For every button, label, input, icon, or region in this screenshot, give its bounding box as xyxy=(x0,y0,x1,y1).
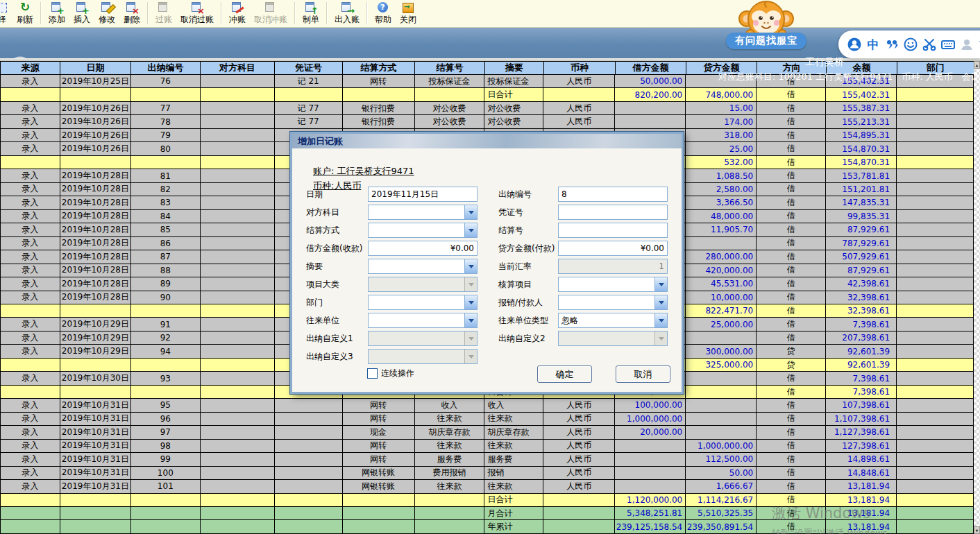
partner-select[interactable] xyxy=(368,313,478,328)
cell-balance: 42,398.61 xyxy=(826,277,897,291)
debit-amount-field[interactable]: ¥0.00 xyxy=(368,241,478,256)
chevron-down-icon[interactable] xyxy=(464,223,477,237)
table-row[interactable]: 年累计239,125,158.54239,350,891.54借13,181.9… xyxy=(0,520,974,533)
table-row[interactable]: 日合计820,200.00748,000.00借155,402.31 xyxy=(0,88,974,101)
cell-date: 2019年10月31日 xyxy=(60,467,131,480)
table-row[interactable]: 录入2019年10月31日101网银转账往来款往来款人民币1,666.67借13… xyxy=(0,480,974,493)
chevron-down-icon[interactable] xyxy=(654,295,667,309)
table-row[interactable]: 录入2019年10月31日100网银转账费用报销报销人民币50.00借14,84… xyxy=(0,467,974,480)
chevron-down-icon[interactable] xyxy=(464,205,477,219)
cell-currency: 人民币 xyxy=(543,115,615,128)
cell-date xyxy=(60,520,131,533)
cell-direction: 借 xyxy=(757,520,826,533)
table-row[interactable]: 录入2019年10月31日99网转服务费服务费人民币112,500.00借14,… xyxy=(0,453,974,466)
cell-debit: 100,000.00 xyxy=(615,399,686,412)
chevron-down-icon xyxy=(464,331,477,345)
chevron-down-icon[interactable] xyxy=(654,277,667,291)
cell-dept xyxy=(897,467,974,480)
cell-source: 录入 xyxy=(1,250,60,264)
cell-counter-account xyxy=(201,494,275,507)
date-field[interactable]: 2019年11月15日 xyxy=(368,187,478,202)
modify-button[interactable]: 修改 xyxy=(94,0,119,27)
contact-icon[interactable] xyxy=(847,37,862,52)
cell-source: 录入 xyxy=(1,453,60,466)
cancel-post-button[interactable]: ×取消过账 xyxy=(176,0,218,27)
col-settle-no: 结算号 xyxy=(415,61,485,75)
cell-debit: 820,200.00 xyxy=(615,88,686,101)
table-row[interactable]: 录入2019年10月26日77记 77银行扣费对公收费对公收费人民币15.00借… xyxy=(0,102,974,115)
counter-account-select[interactable] xyxy=(368,205,478,220)
ok-button[interactable]: 确定 xyxy=(537,365,592,383)
cell-settle-no xyxy=(415,494,485,507)
cell-counter-account xyxy=(201,359,275,372)
cell-date: 2019年10月28日 xyxy=(60,210,131,223)
cell-direction: 借 xyxy=(757,386,826,399)
vertical-scrollbar[interactable]: ▲ ▼ xyxy=(974,61,980,534)
scroll-down-icon[interactable]: ▼ xyxy=(974,526,980,534)
settle-method-select[interactable] xyxy=(368,223,478,238)
department-select[interactable] xyxy=(368,295,478,310)
table-row[interactable]: 月合计5,348,251.815,510,325.35借13,181.94 xyxy=(0,507,974,520)
floating-quick-toolbar: 中 xyxy=(838,31,980,58)
add-button[interactable]: +添加 xyxy=(44,0,69,27)
payee-select[interactable] xyxy=(558,295,668,310)
insert-button[interactable]: +插入 xyxy=(69,0,94,27)
cancel-reverse-button: 取消冲账 xyxy=(250,0,292,27)
chevron-down-icon[interactable] xyxy=(464,313,477,327)
table-row[interactable]: 录入2019年10月31日96网转往来款往来款人民币1,000,000.00借1… xyxy=(0,413,974,426)
keyboard-icon[interactable] xyxy=(940,37,956,52)
accounting-item-select[interactable] xyxy=(558,277,668,292)
summary-select[interactable] xyxy=(368,259,478,274)
cancel-button[interactable]: 取消 xyxy=(616,365,670,383)
inout-icon: → xyxy=(341,1,353,13)
cashier-no-field[interactable]: 8 xyxy=(558,187,668,202)
scroll-up-icon[interactable]: ▲ xyxy=(974,61,980,69)
voucher-no-field[interactable] xyxy=(558,205,668,220)
cell-balance: 13,181.94 xyxy=(826,507,897,520)
smiley-icon[interactable] xyxy=(903,37,918,52)
zhong-icon[interactable]: 中 xyxy=(865,37,881,52)
cell-dept xyxy=(897,196,974,209)
chevron-down-icon[interactable] xyxy=(464,259,477,273)
custom2-select xyxy=(558,331,668,346)
dialog-title-bar[interactable]: 增加日记账 xyxy=(292,134,682,148)
cell-counter-account xyxy=(201,520,275,533)
delete-button[interactable]: ×删除 xyxy=(119,0,144,27)
scissors-icon[interactable] xyxy=(922,37,937,52)
make-voucher-button[interactable]: ↑制单 xyxy=(298,0,323,27)
cell-cashier-no: 99 xyxy=(131,453,201,466)
partner-type-select[interactable]: 忽略 xyxy=(558,313,668,328)
close-button[interactable]: 关闭 xyxy=(396,0,421,27)
cell-balance: 151,201.81 xyxy=(826,183,897,196)
refresh-button-label: 刷新 xyxy=(17,14,33,25)
table-row[interactable]: 录入2019年10月31日98网转往来款往来款人民币1,000,000.00借1… xyxy=(0,440,974,453)
cell-counter-account xyxy=(201,453,275,466)
cell-date: 2019年10月28日 xyxy=(60,196,131,209)
chevron-down-icon[interactable] xyxy=(654,313,667,327)
refresh-button[interactable]: ↻刷新 xyxy=(12,0,37,27)
table-row[interactable]: 录入2019年10月31日97现金胡庆章存款胡庆章存款人民币20,000.00借… xyxy=(0,426,974,439)
select-button-label: 择 xyxy=(0,14,6,25)
table-row[interactable]: 录入2019年10月26日78记 77银行扣费对公收费对公收费人民币174.00… xyxy=(0,115,974,128)
cell-direction: 借 xyxy=(757,399,826,412)
credit-amount-field[interactable]: ¥0.00 xyxy=(558,241,668,256)
table-row[interactable]: 日合计1,120,000.001,114,216.67借13,181.94 xyxy=(0,494,974,507)
user-icon[interactable] xyxy=(959,37,974,52)
in-out-account-button[interactable]: →出入账 xyxy=(330,0,364,27)
cell-cashier-no: 97 xyxy=(131,426,201,439)
voice-icon[interactable] xyxy=(884,37,899,52)
cell-voucher-no: 记 77 xyxy=(275,115,343,128)
cell-credit: 325,000.00 xyxy=(686,359,757,372)
chevron-down-icon[interactable] xyxy=(464,295,477,309)
cell-credit xyxy=(686,399,757,412)
reverse-button[interactable]: 冲账 xyxy=(225,0,250,27)
settle-no-field[interactable] xyxy=(558,223,668,238)
table-row[interactable]: 录入2019年10月31日95网转收入收入人民币100,000.00借107,3… xyxy=(0,399,974,412)
service-help-button[interactable]: 有问题找服宝 xyxy=(726,33,806,49)
cell-direction: 借 xyxy=(757,426,826,439)
continuous-operation-checkbox[interactable] xyxy=(367,368,378,379)
cell-currency xyxy=(543,520,615,533)
help-button[interactable]: ?帮助 xyxy=(371,0,396,27)
select-button[interactable]: 择 xyxy=(0,0,12,27)
cell-credit: 532.00 xyxy=(686,156,757,169)
